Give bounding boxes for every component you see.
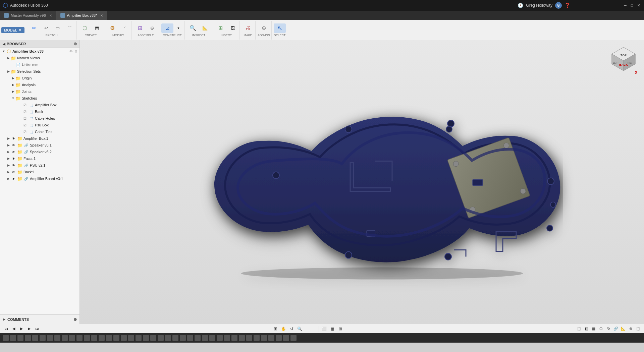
status-icon-28[interactable] (202, 335, 208, 341)
browser-settings-icon[interactable]: ⊕ (73, 42, 77, 46)
sk-psubox-visibility-icon[interactable]: ☑ (22, 122, 28, 128)
browser-root[interactable]: ▼ ⬡ Amplifier Box v33 👁 ⚙ (0, 48, 79, 55)
status-icon-6[interactable] (40, 335, 46, 341)
facia1-vis-icon[interactable]: 👁 (11, 156, 16, 161)
addins-button[interactable]: ⊕ (258, 23, 270, 33)
play-button[interactable]: ▶ (18, 326, 25, 332)
selection-sets-expand-icon[interactable]: ▶ (6, 70, 11, 73)
grid-settings-button[interactable]: ⊞ (272, 326, 279, 332)
tree-item-sk-amplifier-box[interactable]: ☑ ⬚ Amplifier Box (0, 102, 79, 108)
status-icon-23[interactable] (165, 335, 171, 341)
sketch-extra1[interactable]: ↩ (40, 23, 52, 33)
zoom-in-button[interactable]: + (304, 326, 310, 332)
comments-settings-icon[interactable]: ⊕ (73, 317, 77, 322)
construct-dropdown[interactable]: ▼ (174, 23, 183, 33)
facia1-expand-icon[interactable]: ▶ (6, 157, 11, 160)
ampboard31-expand-icon[interactable]: ▶ (6, 177, 11, 180)
tree-item-analysis[interactable]: ▶ 📁 Analysis (0, 81, 79, 88)
status-icon-21[interactable] (150, 335, 156, 341)
tree-item-sketches[interactable]: ▼ 📁 Sketches (0, 95, 79, 102)
inspect-extra1[interactable]: 📐 (199, 23, 211, 33)
tree-item-back-1[interactable]: ▶ 👁 📁 Back:1 (0, 169, 79, 175)
status-icon-38[interactable] (276, 335, 282, 341)
panels-button[interactable]: ⊞ (337, 326, 344, 332)
psuv21-vis-icon[interactable]: 👁 (11, 163, 16, 168)
insert-extra1[interactable]: 🖼 (227, 23, 238, 33)
status-icon-5[interactable] (32, 335, 38, 341)
status-icon-13[interactable] (91, 335, 97, 341)
minimize-button[interactable]: ─ (623, 3, 628, 8)
speaker62-vis-icon[interactable]: 👁 (11, 149, 16, 155)
speaker61-expand-icon[interactable]: ▶ (6, 143, 11, 147)
last-frame-button[interactable]: ⏭ (34, 326, 40, 332)
sketch-extra3[interactable]: ⌒ (64, 23, 75, 33)
root-settings-icon[interactable]: ⚙ (73, 49, 78, 54)
zoom-button[interactable]: 🔍 (296, 326, 304, 332)
speaker61-vis-icon[interactable]: 👁 (11, 142, 16, 148)
root-expand-icon[interactable]: ▼ (1, 50, 6, 53)
modify-extra1[interactable]: ◜ (119, 23, 130, 33)
tree-item-sk-psu-box[interactable]: ☑ ⬚ Psu Box (0, 122, 79, 128)
zoom-out-button[interactable]: − (311, 326, 317, 332)
browser-collapse-icon[interactable]: ◀ (3, 42, 5, 46)
status-icon-9[interactable] (62, 335, 68, 341)
tree-item-speaker-v62[interactable]: ▶ 👁 📁 🔗 Speaker v6:2 (0, 149, 79, 155)
ampbox1-vis-icon[interactable]: 👁 (11, 136, 16, 141)
status-icon-30[interactable] (217, 335, 223, 341)
status-icon-2[interactable] (10, 335, 16, 341)
named-views-expand-icon[interactable]: ▶ (6, 56, 11, 60)
tree-item-sk-cable-holes[interactable]: ☑ ⬚ Cable Holes (0, 115, 79, 122)
status-icon-25[interactable] (180, 335, 186, 341)
tree-item-joints[interactable]: ▶ 📁 Joints (0, 88, 79, 95)
viewport[interactable]: TOP LEFT RIGHT BACK X (80, 40, 644, 324)
sk-ampbox-visibility-icon[interactable]: ☑ (22, 102, 28, 108)
status-icon-8[interactable] (54, 335, 60, 341)
back1-vis-icon[interactable]: 👁 (11, 169, 16, 175)
status-icon-3[interactable] (17, 335, 23, 341)
toolbar-icon-7[interactable]: 📐 (620, 326, 627, 332)
orbit-button[interactable]: ↺ (288, 326, 296, 332)
status-icon-10[interactable] (69, 335, 75, 341)
inspect-button[interactable]: 🔍 (187, 23, 199, 33)
comments-expand-icon[interactable]: ▶ (3, 317, 5, 321)
status-icon-31[interactable] (224, 335, 230, 341)
sk-cableties-visibility-icon[interactable]: ☑ (22, 129, 28, 134)
status-icon-12[interactable] (84, 335, 90, 341)
status-icon-40[interactable] (290, 335, 297, 341)
status-icon-11[interactable] (76, 335, 83, 341)
psuv21-expand-icon[interactable]: ▶ (6, 164, 11, 167)
status-icon-19[interactable] (136, 335, 142, 341)
status-icon-16[interactable] (113, 335, 119, 341)
root-visibility-icon[interactable]: 👁 (69, 49, 73, 54)
view-mode-button[interactable]: ⬜ (321, 326, 328, 332)
status-icon-17[interactable] (121, 335, 127, 341)
status-icon-32[interactable] (231, 335, 237, 341)
create-extra1[interactable]: ⬒ (91, 23, 103, 33)
status-icon-39[interactable] (283, 335, 289, 341)
tree-item-sk-cable-ties[interactable]: ☑ ⬚ Cable Ties (0, 128, 79, 135)
toolbar-icon-9[interactable]: ⬚ (635, 326, 641, 332)
status-icon-1[interactable] (3, 335, 9, 341)
status-icon-26[interactable] (187, 335, 193, 341)
pan-button[interactable]: ✋ (280, 326, 287, 332)
close-button[interactable]: ✕ (636, 3, 641, 8)
first-frame-button[interactable]: ⏮ (3, 326, 9, 332)
status-icon-24[interactable] (172, 335, 178, 341)
tree-item-facia-1[interactable]: ▶ 👁 📁 Facia:1 (0, 155, 79, 162)
tab-amplifier-box[interactable]: Amplifier Box v33* ✕ (56, 11, 108, 20)
tab-master-assembly[interactable]: Master Assembly v96 ✕ (0, 11, 56, 20)
tree-item-selection-sets[interactable]: ▶ 📁 Selection Sets (0, 68, 79, 75)
assemble-extra1[interactable]: ⊕ (146, 23, 158, 33)
speaker62-expand-icon[interactable]: ▶ (6, 150, 11, 154)
select-button[interactable]: ↖ (274, 23, 286, 33)
sk-back-visibility-icon[interactable]: ☑ (22, 109, 28, 114)
status-icon-27[interactable] (195, 335, 201, 341)
maximize-button[interactable]: □ (629, 3, 635, 8)
tree-item-sk-back[interactable]: ☑ ⬚ Back (0, 108, 79, 115)
sketches-expand-icon[interactable]: ▼ (11, 97, 15, 100)
next-frame-button[interactable]: ▶ (26, 326, 33, 332)
model-dropdown[interactable]: MODEL ▼ (1, 27, 24, 33)
status-icon-14[interactable] (99, 335, 105, 341)
create-button[interactable]: ⬡ (79, 23, 91, 33)
modify-button[interactable]: ⚙ (106, 23, 118, 33)
